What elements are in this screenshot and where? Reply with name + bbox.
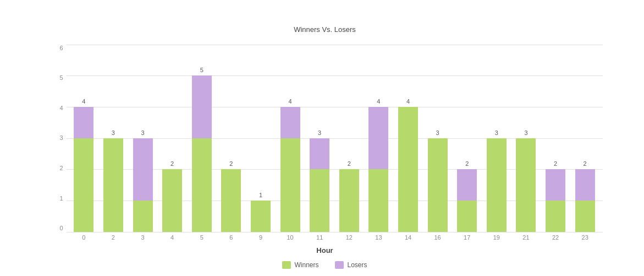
legend-losers: Losers xyxy=(335,261,367,269)
bar-group-3: 3 xyxy=(129,129,157,232)
bar-stack-12 xyxy=(339,169,359,231)
bar-group-17: 2 xyxy=(453,160,481,231)
bar-stack-23 xyxy=(575,169,595,231)
bar-total-label-10: 4 xyxy=(289,98,292,106)
bar-total-label-21: 3 xyxy=(524,129,527,137)
x-label-16: 16 xyxy=(423,234,452,241)
bar-total-label-16: 3 xyxy=(436,129,439,137)
bar-total-label-3: 3 xyxy=(141,129,144,137)
x-label-3: 3 xyxy=(129,234,157,241)
x-label-17: 17 xyxy=(453,234,481,241)
bar-group-9: 1 xyxy=(246,192,275,232)
bar-group-14: 4 xyxy=(394,98,422,232)
bar-stack-11 xyxy=(310,138,329,232)
losers-label: Losers xyxy=(347,261,367,269)
bar-group-4: 2 xyxy=(158,160,186,231)
bar-losers-23 xyxy=(575,169,595,201)
bar-winners-3 xyxy=(133,201,153,232)
bar-winners-5 xyxy=(192,138,212,232)
bar-winners-6 xyxy=(221,169,241,231)
bar-stack-5 xyxy=(192,75,212,231)
bar-stack-10 xyxy=(280,107,300,232)
bar-winners-21 xyxy=(516,138,536,232)
bar-losers-3 xyxy=(133,138,153,201)
x-label-5: 5 xyxy=(188,234,216,241)
bar-group-12: 2 xyxy=(335,160,364,231)
x-label-12: 12 xyxy=(335,234,364,241)
bar-total-label-2: 3 xyxy=(112,129,115,137)
y-label-3: 3 xyxy=(59,134,63,141)
bar-total-label-23: 2 xyxy=(584,160,587,168)
winners-label: Winners xyxy=(294,261,318,269)
bar-group-19: 3 xyxy=(482,129,511,232)
bar-winners-10 xyxy=(280,138,300,232)
bar-group-23: 2 xyxy=(571,160,599,231)
y-label-0: 0 xyxy=(59,225,63,231)
x-label-14: 14 xyxy=(394,234,422,241)
x-label-22: 22 xyxy=(541,234,570,241)
bar-winners-13 xyxy=(368,169,388,231)
bar-group-21: 3 xyxy=(511,129,540,232)
x-label-2: 2 xyxy=(99,234,128,241)
chart-legend: Winners Losers xyxy=(47,261,603,269)
bar-losers-11 xyxy=(310,138,329,170)
bar-group-11: 3 xyxy=(305,129,334,232)
x-label-6: 6 xyxy=(217,234,245,241)
bar-stack-16 xyxy=(428,138,448,232)
x-label-9: 9 xyxy=(246,234,275,241)
bar-total-label-17: 2 xyxy=(465,160,469,168)
y-label-6: 6 xyxy=(59,45,63,51)
bar-stack-6 xyxy=(221,169,241,231)
bar-winners-23 xyxy=(575,201,595,232)
chart-title: Winners Vs. Losers xyxy=(47,25,603,34)
bar-winners-16 xyxy=(428,138,448,232)
x-label-0: 0 xyxy=(69,234,98,241)
x-label-13: 13 xyxy=(364,234,393,241)
winners-swatch xyxy=(282,261,291,269)
bar-total-label-6: 2 xyxy=(229,160,233,168)
x-label-23: 23 xyxy=(571,234,599,241)
bar-winners-2 xyxy=(103,138,123,232)
bar-winners-17 xyxy=(457,201,477,232)
bar-group-0: 4 xyxy=(69,98,98,232)
bar-losers-0 xyxy=(74,107,93,138)
bar-total-label-22: 2 xyxy=(554,160,557,168)
bar-total-label-19: 3 xyxy=(495,129,498,137)
bar-total-label-11: 3 xyxy=(318,129,321,137)
bar-total-label-13: 4 xyxy=(377,98,380,106)
bar-losers-22 xyxy=(546,169,565,201)
x-label-21: 21 xyxy=(511,234,540,241)
y-label-1: 1 xyxy=(59,195,63,202)
bar-group-16: 3 xyxy=(423,129,452,232)
bar-stack-3 xyxy=(133,138,153,232)
bar-group-5: 5 xyxy=(188,67,216,231)
bar-stack-22 xyxy=(546,169,565,231)
bar-stack-17 xyxy=(457,169,477,231)
bar-winners-4 xyxy=(162,169,182,231)
y-label-2: 2 xyxy=(59,165,63,171)
grid-line-0 xyxy=(67,232,603,232)
bar-stack-4 xyxy=(162,169,182,231)
chart-container: Winners Vs. Losers 6 5 4 3 2 1 0 xyxy=(20,9,625,268)
bar-group-10: 4 xyxy=(276,98,305,232)
bar-winners-14 xyxy=(398,107,418,232)
bar-total-label-12: 2 xyxy=(348,160,351,168)
bar-group-13: 4 xyxy=(364,98,393,232)
legend-winners: Winners xyxy=(282,261,318,269)
bar-stack-21 xyxy=(516,138,536,232)
bar-total-label-0: 4 xyxy=(82,98,85,106)
bar-stack-14 xyxy=(398,107,418,232)
bar-group-6: 2 xyxy=(217,160,245,231)
bar-group-2: 3 xyxy=(99,129,128,232)
bar-winners-19 xyxy=(487,138,507,232)
bar-winners-11 xyxy=(310,169,329,231)
bar-stack-9 xyxy=(251,201,271,232)
bar-total-label-4: 2 xyxy=(170,160,174,168)
bar-group-22: 2 xyxy=(541,160,570,231)
bar-losers-17 xyxy=(457,169,477,201)
bar-total-label-5: 5 xyxy=(200,67,203,74)
bar-losers-13 xyxy=(368,107,388,169)
bar-losers-10 xyxy=(280,107,300,138)
bar-stack-19 xyxy=(487,138,507,232)
bar-total-label-9: 1 xyxy=(259,192,262,199)
